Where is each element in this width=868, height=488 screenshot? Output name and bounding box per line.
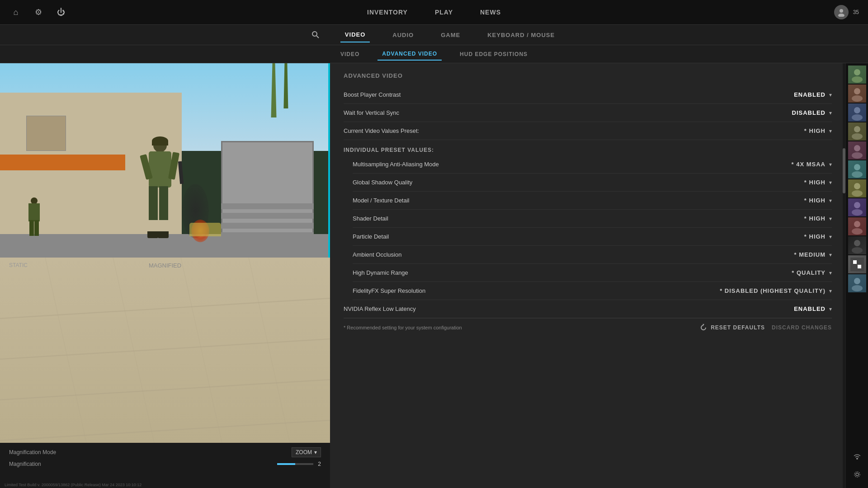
- settings-cog-icon[interactable]: [850, 468, 864, 481]
- discard-changes-button[interactable]: DISCARD CHANGES: [772, 324, 832, 331]
- video-preset-label: Current Video Values Preset:: [344, 127, 419, 134]
- shadow-quality-control[interactable]: * HIGH ▾: [804, 179, 832, 186]
- particle-detail-label: Particle Detail: [353, 233, 389, 240]
- scrollbar-track[interactable]: [843, 63, 845, 488]
- wifi-icon[interactable]: [850, 450, 864, 463]
- svg-line-3: [316, 36, 319, 38]
- setting-shader-detail: Shader Detail * HIGH ▾: [353, 210, 832, 228]
- svg-point-15: [854, 88, 860, 94]
- subtab-video[interactable]: VIDEO: [336, 48, 364, 60]
- fidelityfx-control[interactable]: * DISABLED (HIGHEST QUALITY) ▾: [720, 287, 832, 294]
- nav-left-icons: ⌂ ⚙ ⏻: [9, 5, 68, 19]
- reset-defaults-label: RESET DEFAULTS: [711, 324, 765, 331]
- hdr-label: High Dynamic Range: [353, 269, 408, 276]
- main-nav-links: INVENTORY PLAY NEWS: [367, 9, 501, 16]
- svg-point-24: [852, 171, 863, 178]
- video-preset-chevron: ▾: [829, 128, 832, 134]
- shader-detail-label: Shader Detail: [353, 215, 388, 222]
- tab-audio[interactable]: AUDIO: [388, 28, 418, 42]
- boost-player-contrast-control[interactable]: ENABLED ▾: [794, 91, 832, 98]
- preset-subtitle: Individual Preset Values:: [344, 147, 832, 153]
- preset-values-section: Multisampling Anti-Aliasing Mode * 4X MS…: [344, 155, 832, 300]
- nav-inventory[interactable]: INVENTORY: [367, 9, 408, 16]
- svg-point-27: [854, 202, 860, 208]
- player-avatar-11[interactable]: [848, 255, 866, 273]
- svg-point-21: [854, 145, 860, 151]
- vertical-sync-label: Wait for Vertical Sync: [344, 109, 399, 116]
- nvidia-reflex-value: ENABLED: [794, 305, 826, 312]
- player-avatar-1[interactable]: [848, 66, 866, 84]
- nav-news[interactable]: NEWS: [480, 9, 501, 16]
- player-level: 35: [853, 9, 859, 15]
- player-avatar-4[interactable]: [848, 122, 866, 141]
- svg-line-8: [45, 258, 90, 461]
- reset-defaults-button[interactable]: RESET DEFAULTS: [700, 324, 765, 331]
- nav-right-area: 35: [834, 5, 859, 19]
- player-avatar-12[interactable]: [848, 274, 866, 292]
- game-preview-bottom: Static Magnified: [0, 258, 330, 461]
- boost-player-contrast-label: Boost Player Contrast: [344, 91, 401, 98]
- ambient-occlusion-control[interactable]: * MEDIUM ▾: [794, 251, 832, 258]
- player-avatar-7[interactable]: [848, 179, 866, 197]
- svg-point-40: [854, 472, 860, 477]
- svg-point-20: [852, 133, 863, 140]
- player-avatar-10[interactable]: [848, 236, 866, 254]
- svg-point-39: [856, 473, 859, 476]
- settings-icon[interactable]: ⚙: [32, 5, 45, 19]
- vertical-sync-value: DISABLED: [792, 109, 826, 116]
- magnification-label: Magnification: [9, 461, 41, 467]
- player-avatar-9[interactable]: [848, 217, 866, 235]
- texture-detail-control[interactable]: * HIGH ▾: [804, 197, 832, 204]
- footer-buttons: RESET DEFAULTS DISCARD CHANGES: [700, 324, 832, 331]
- subtab-hud-edge[interactable]: HUD EDGE POSITIONS: [455, 48, 532, 60]
- settings-tabs-bar: VIDEO AUDIO GAME KEYBOARD / MOUSE: [0, 25, 868, 45]
- shader-detail-control[interactable]: * HIGH ▾: [804, 215, 832, 222]
- svg-point-30: [852, 228, 863, 235]
- game-preview-panel: Static Magnified Magnification Mode ZOOM…: [0, 63, 330, 488]
- search-icon[interactable]: [309, 28, 322, 42]
- player-avatar-2[interactable]: [848, 84, 866, 103]
- svg-point-32: [852, 247, 863, 253]
- particle-detail-chevron: ▾: [829, 234, 832, 240]
- svg-rect-35: [858, 265, 861, 268]
- svg-line-4: [0, 298, 330, 319]
- magnification-mode-dropdown[interactable]: ZOOM ▾: [292, 447, 321, 457]
- video-preset-value: * HIGH: [804, 127, 826, 134]
- player-avatar-8[interactable]: [848, 198, 866, 216]
- msaa-control[interactable]: * 4X MSAA ▾: [792, 161, 832, 168]
- player-avatar-main[interactable]: [834, 5, 849, 19]
- vertical-sync-control[interactable]: DISABLED ▾: [792, 109, 832, 116]
- dropdown-chevron-icon: ▾: [314, 449, 317, 455]
- texture-detail-label: Model / Texture Detail: [353, 197, 410, 204]
- nav-play[interactable]: PLAY: [435, 9, 453, 16]
- scrollbar-thumb[interactable]: [843, 148, 845, 193]
- subtab-advanced-video[interactable]: ADVANCED VIDEO: [377, 48, 442, 61]
- player-avatar-6[interactable]: [848, 160, 866, 178]
- particle-detail-control[interactable]: * HIGH ▾: [804, 233, 832, 240]
- video-preset-control[interactable]: * HIGH ▾: [804, 127, 832, 134]
- magnification-row: Magnification 2: [9, 461, 321, 467]
- fidelityfx-label: FidelityFX Super Resolution: [353, 287, 425, 294]
- svg-point-38: [856, 458, 858, 460]
- game-screenshot-top: [0, 63, 330, 258]
- soldier-figure: [142, 139, 178, 238]
- setting-ambient-occlusion: Ambient Occlusion * MEDIUM ▾: [353, 246, 832, 264]
- hdr-control[interactable]: * QUALITY ▾: [792, 269, 832, 276]
- discard-changes-label: DISCARD CHANGES: [772, 324, 832, 331]
- magnification-slider-track[interactable]: [277, 463, 313, 465]
- tab-keyboard[interactable]: KEYBOARD / MOUSE: [483, 28, 559, 42]
- tab-game[interactable]: GAME: [436, 28, 465, 42]
- player-avatar-5[interactable]: [848, 141, 866, 160]
- player-avatar-3[interactable]: [848, 103, 866, 122]
- power-icon[interactable]: ⏻: [54, 5, 68, 19]
- svg-line-7: [0, 420, 330, 441]
- svg-point-13: [854, 69, 860, 75]
- nvidia-reflex-control[interactable]: ENABLED ▾: [794, 305, 832, 312]
- player-sidebar: [845, 63, 868, 488]
- tab-video[interactable]: VIDEO: [340, 28, 370, 42]
- setting-nvidia-reflex: NVIDIA Reflex Low Latency ENABLED ▾: [344, 300, 832, 318]
- setting-vertical-sync: Wait for Vertical Sync DISABLED ▾: [344, 104, 832, 122]
- setting-fidelityfx: FidelityFX Super Resolution * DISABLED (…: [353, 282, 832, 300]
- home-icon[interactable]: ⌂: [9, 5, 23, 19]
- svg-point-19: [854, 126, 860, 132]
